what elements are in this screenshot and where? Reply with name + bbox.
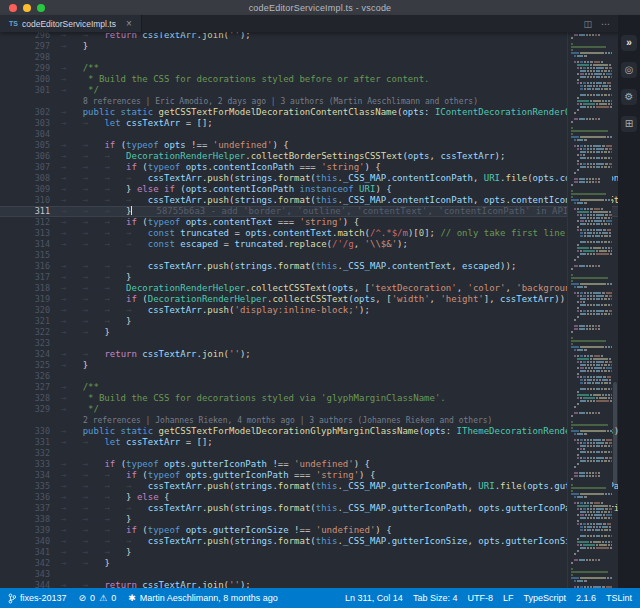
extensions-icon[interactable]: ⊞ bbox=[621, 116, 637, 132]
zoom-window-button[interactable] bbox=[37, 4, 45, 12]
code-line[interactable]: 299→ /** bbox=[0, 63, 618, 74]
code-line[interactable]: 325→ } bbox=[0, 360, 618, 371]
encoding-indicator[interactable]: UTF-8 bbox=[467, 593, 493, 603]
more-actions-icon[interactable]: ⋯ bbox=[601, 19, 610, 29]
codelens-row[interactable]: 2 references | Johannes Rieken, 4 months… bbox=[0, 415, 618, 426]
code-line[interactable]: 341→ → → } bbox=[0, 547, 618, 558]
code-line[interactable]: 308→ → → → cssTextArr.push(strings.forma… bbox=[0, 173, 618, 184]
editor-pane[interactable]: 296→ → return cssTextArr.join('');297→ }… bbox=[0, 32, 618, 588]
code-line[interactable]: 329→ */ bbox=[0, 404, 618, 415]
code-line-current[interactable]: 311→ → → }58755b6a3 - add 'border', 'out… bbox=[0, 206, 618, 217]
code-line[interactable]: 297→ } bbox=[0, 41, 618, 52]
code-line[interactable]: 339→ → → if (typeof opts.gutterIconSize … bbox=[0, 525, 618, 536]
line-number[interactable]: 318 bbox=[0, 283, 61, 294]
code-line[interactable]: 314→ → → → const escaped = truncated.rep… bbox=[0, 239, 618, 250]
codelens-row[interactable]: 8 references | Eric Amodio, 2 days ago |… bbox=[0, 96, 618, 107]
minimize-window-button[interactable] bbox=[23, 4, 31, 12]
code-line[interactable]: 332 bbox=[0, 448, 618, 459]
line-number[interactable]: 333 bbox=[0, 459, 61, 470]
line-number[interactable]: 296 bbox=[0, 32, 61, 41]
line-number[interactable]: 302 bbox=[0, 107, 61, 118]
code-line[interactable]: 305→ → if (typeof opts !== 'undefined') … bbox=[0, 140, 618, 151]
line-number[interactable]: 339 bbox=[0, 525, 61, 536]
language-mode-indicator[interactable]: TypeScript bbox=[523, 593, 566, 603]
code-line[interactable]: 304 bbox=[0, 129, 618, 140]
line-number[interactable]: 319 bbox=[0, 294, 61, 305]
line-number[interactable]: 298 bbox=[0, 52, 61, 63]
line-number[interactable]: 325 bbox=[0, 360, 61, 371]
debug-icon[interactable]: ◎ bbox=[621, 62, 637, 78]
code-line[interactable]: 340→ → → → cssTextArr.push(strings.forma… bbox=[0, 536, 618, 547]
indentation-indicator[interactable]: Tab Size: 4 bbox=[413, 593, 458, 603]
line-number[interactable]: 299 bbox=[0, 63, 61, 74]
tslint-indicator[interactable]: TSLint bbox=[606, 593, 632, 603]
chevron-double-icon[interactable]: » bbox=[621, 35, 637, 51]
line-number[interactable]: 315 bbox=[0, 250, 61, 261]
line-number[interactable]: 314 bbox=[0, 239, 61, 250]
code-line[interactable]: 342→ → } bbox=[0, 558, 618, 569]
code-line[interactable]: 326 bbox=[0, 371, 618, 382]
line-number[interactable]: 336 bbox=[0, 492, 61, 503]
cursor-position-indicator[interactable]: Ln 311, Col 14 bbox=[345, 593, 403, 603]
line-number[interactable]: 320 bbox=[0, 305, 61, 316]
line-number[interactable]: 326 bbox=[0, 371, 61, 382]
line-number[interactable]: 343 bbox=[0, 569, 61, 580]
code-line[interactable]: 306→ → → DecorationRenderHelper.collectB… bbox=[0, 151, 618, 162]
code-line[interactable]: 301→ */ bbox=[0, 85, 618, 96]
code-line[interactable]: 302→ public static getCSSTextForModelDec… bbox=[0, 107, 618, 118]
code-line[interactable]: 344→ → return cssTextArr.join(''); bbox=[0, 580, 618, 588]
code-line[interactable]: 331→ → let cssTextArr = []; bbox=[0, 437, 618, 448]
line-number[interactable]: 316 bbox=[0, 261, 61, 272]
code-line[interactable]: 343 bbox=[0, 569, 618, 580]
code-line[interactable]: 300→ * Build the CSS for decorations sty… bbox=[0, 74, 618, 85]
code-line[interactable]: 318→ → → DecorationRenderHelper.collectC… bbox=[0, 283, 618, 294]
code-line[interactable]: 320→ → → → cssTextArr.push('display:inli… bbox=[0, 305, 618, 316]
code-line[interactable]: 298 bbox=[0, 52, 618, 63]
gear-icon[interactable]: ⚙ bbox=[621, 89, 637, 105]
code-line[interactable]: 319→ → → if (DecorationRenderHelper.coll… bbox=[0, 294, 618, 305]
code-line[interactable]: 336→ → → } else { bbox=[0, 492, 618, 503]
line-number[interactable]: 311 bbox=[0, 206, 61, 217]
line-number[interactable]: 331 bbox=[0, 437, 61, 448]
line-number[interactable]: 321 bbox=[0, 316, 61, 327]
code-line[interactable]: 327→ /** bbox=[0, 382, 618, 393]
eol-indicator[interactable]: LF bbox=[503, 593, 514, 603]
scrollbar-thumb[interactable] bbox=[613, 382, 617, 487]
line-number[interactable]: 332 bbox=[0, 448, 61, 459]
code-line[interactable]: 307→ → → if (typeof opts.contentIconPath… bbox=[0, 162, 618, 173]
line-number[interactable]: 306 bbox=[0, 151, 61, 162]
line-number[interactable]: 301 bbox=[0, 85, 61, 96]
line-number[interactable]: 324 bbox=[0, 349, 61, 360]
line-number[interactable]: 329 bbox=[0, 404, 61, 415]
close-window-button[interactable] bbox=[9, 4, 17, 12]
line-number[interactable]: 304 bbox=[0, 129, 61, 140]
close-tab-icon[interactable]: × bbox=[126, 18, 132, 29]
line-number[interactable]: 322 bbox=[0, 327, 61, 338]
split-editor-icon[interactable]: ◫ bbox=[583, 19, 592, 29]
line-number[interactable]: 338 bbox=[0, 514, 61, 525]
line-number[interactable]: 310 bbox=[0, 195, 61, 206]
line-number[interactable]: 327 bbox=[0, 382, 61, 393]
code-line[interactable]: 303→ → let cssTextArr = []; bbox=[0, 118, 618, 129]
code-line[interactable]: 310→ → → → cssTextArr.push(strings.forma… bbox=[0, 195, 618, 206]
typescript-version-indicator[interactable]: 2.1.6 bbox=[576, 593, 596, 603]
code-line[interactable]: 335→ → → → cssTextArr.push(strings.forma… bbox=[0, 481, 618, 492]
code-line[interactable]: 322→ → } bbox=[0, 327, 618, 338]
line-number[interactable]: 340 bbox=[0, 536, 61, 547]
line-number[interactable]: 303 bbox=[0, 118, 61, 129]
code-line[interactable]: 309→ → → } else if (opts.contentIconPath… bbox=[0, 184, 618, 195]
line-number[interactable]: 308 bbox=[0, 173, 61, 184]
problems-indicator[interactable]: ⊘ 0 ⚠ 0 bbox=[79, 588, 117, 608]
line-number[interactable]: 334 bbox=[0, 470, 61, 481]
line-number[interactable]: 330 bbox=[0, 426, 61, 437]
line-number[interactable]: 313 bbox=[0, 228, 61, 239]
code-line[interactable]: 328→ * Build the CSS for decorations sty… bbox=[0, 393, 618, 404]
line-number[interactable]: 305 bbox=[0, 140, 61, 151]
line-number[interactable]: 317 bbox=[0, 272, 61, 283]
code-line[interactable]: 316→ → → → cssTextArr.push(strings.forma… bbox=[0, 261, 618, 272]
line-number[interactable]: 323 bbox=[0, 338, 61, 349]
line-number[interactable]: 307 bbox=[0, 162, 61, 173]
code-line[interactable]: 313→ → → → const truncated = opts.conten… bbox=[0, 228, 618, 239]
code-line[interactable]: 296→ → return cssTextArr.join(''); bbox=[0, 32, 618, 41]
line-number[interactable]: 297 bbox=[0, 41, 61, 52]
